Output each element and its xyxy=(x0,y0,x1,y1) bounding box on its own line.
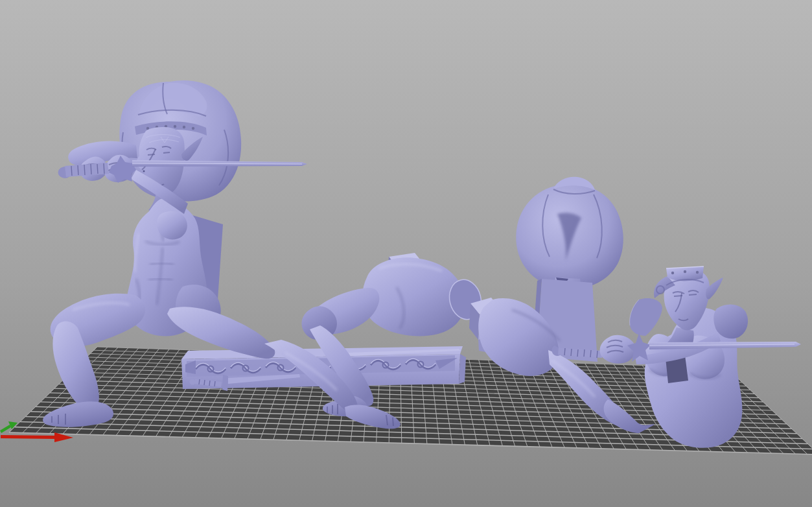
viewport-canvas[interactable] xyxy=(0,0,812,507)
3d-viewport[interactable] xyxy=(0,0,812,507)
bust-crown xyxy=(666,266,704,281)
